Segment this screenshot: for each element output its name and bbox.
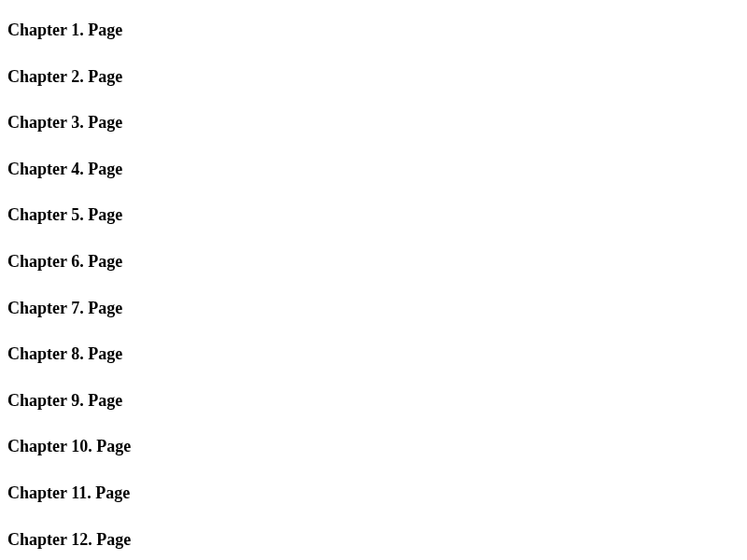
chapter-heading: Chapter 2. Page — [7, 67, 740, 88]
chapter-heading: Chapter 11. Page — [7, 483, 740, 504]
chapter-heading: Chapter 7. Page — [7, 299, 740, 319]
chapter-heading: Chapter 8. Page — [7, 344, 740, 365]
chapter-heading: Chapter 12. Page — [7, 530, 740, 551]
chapter-heading: Chapter 9. Page — [7, 391, 740, 412]
chapter-heading: Chapter 4. Page — [7, 160, 740, 180]
chapter-heading: Chapter 3. Page — [7, 113, 740, 133]
chapter-heading: Chapter 6. Page — [7, 252, 740, 273]
chapter-heading: Chapter 10. Page — [7, 437, 740, 457]
chapter-heading: Chapter 5. Page — [7, 205, 740, 226]
chapter-heading: Chapter 1. Page — [7, 21, 740, 41]
chapter-list: Chapter 1. Page Chapter 2. Page Chapter … — [7, 21, 740, 550]
